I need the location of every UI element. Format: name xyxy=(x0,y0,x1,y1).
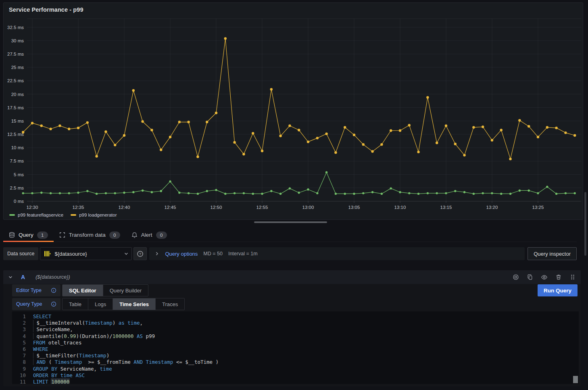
query-options-bar[interactable]: Query options MD = 50 Interval = 1m xyxy=(149,247,525,260)
line-number: 6 xyxy=(12,346,26,352)
code-line: 10ORDER BY time ASC xyxy=(12,372,579,379)
query-type-label-chip: Query Type xyxy=(12,298,60,310)
tab-transform-data[interactable]: Transform data 0 xyxy=(54,228,126,242)
line-number: 4 xyxy=(12,333,26,340)
code-line: 7 $__timeFilter(Timestamp) xyxy=(12,352,579,359)
svg-text:2.5 ms: 2.5 ms xyxy=(10,186,24,190)
svg-text:12:55: 12:55 xyxy=(256,205,268,210)
datasource-picker[interactable]: ${datasource} xyxy=(40,247,132,260)
info-circle-icon[interactable] xyxy=(51,301,56,307)
panel-hscrollbar-thumb[interactable] xyxy=(254,221,327,223)
svg-text:12.5 ms: 12.5 ms xyxy=(7,132,24,137)
line-number: 10 xyxy=(12,372,26,379)
info-circle-icon[interactable] xyxy=(51,288,56,293)
query-row-header[interactable]: A (${datasource}) xyxy=(3,270,581,284)
code-lines: 1SELECT2 $__timeInterval(Timestamp) as t… xyxy=(12,313,579,384)
code-line: 8 AND ( Timestamp >= $__fromTime AND Tim… xyxy=(12,359,579,365)
tab-badge: 0 xyxy=(156,231,167,239)
page-vscrollbar-thumb[interactable] xyxy=(584,192,586,256)
editor-type-label: Editor Type xyxy=(16,288,42,293)
tab-badge: 1 xyxy=(37,231,48,239)
question-circle-icon: ? xyxy=(137,250,144,257)
query-type-row: Query Type Table Logs Time Series Traces xyxy=(12,298,185,310)
datasource-help-button[interactable]: ? xyxy=(133,247,147,260)
svg-text:15 ms: 15 ms xyxy=(11,119,24,123)
legend-item[interactable]: p99 loadgenerator xyxy=(71,213,117,217)
svg-text:13:25: 13:25 xyxy=(532,205,544,210)
legend-item[interactable]: p99 featureflagservice xyxy=(9,213,63,217)
svg-text:13:10: 13:10 xyxy=(394,205,406,210)
timeseries-panel: Service Performance - p99 0 ms2.5 ms5 ms… xyxy=(3,2,583,220)
sql-code-editor[interactable]: 1SELECT2 $__timeInterval(Timestamp) as t… xyxy=(12,311,579,384)
editor-tabbar: Query 1 Transform data 0 Alert 0 xyxy=(3,228,577,242)
legend-series-label: p99 loadgenerator xyxy=(79,213,117,217)
svg-text:17.5 ms: 17.5 ms xyxy=(7,105,24,110)
disable-query-icon[interactable] xyxy=(513,274,519,280)
svg-text:0 ms: 0 ms xyxy=(14,199,24,204)
tab-label: Alert xyxy=(141,232,152,238)
timeseries-chart[interactable]: 0 ms2.5 ms5 ms7.5 ms10 ms12.5 ms15 ms17.… xyxy=(4,3,584,211)
chart-legend: p99 featureflagservicep99 loadgenerator xyxy=(9,213,117,217)
query-type-group: Table Logs Time Series Traces xyxy=(62,298,185,310)
datasource-label: Data source xyxy=(3,247,38,260)
query-type-option-table[interactable]: Table xyxy=(63,298,88,310)
svg-text:12:40: 12:40 xyxy=(119,205,130,210)
query-type-option-traces[interactable]: Traces xyxy=(155,298,184,310)
tab-query[interactable]: Query 1 xyxy=(3,228,54,242)
duplicate-query-icon[interactable] xyxy=(527,274,533,280)
line-number: 9 xyxy=(12,366,26,372)
svg-text:25 ms: 25 ms xyxy=(11,65,24,70)
svg-text:27.5 ms: 27.5 ms xyxy=(7,52,24,56)
svg-text:22.5 ms: 22.5 ms xyxy=(7,78,24,83)
database-icon xyxy=(9,232,15,238)
line-number: 11 xyxy=(12,379,26,384)
code-line: 11LIMIT 100000 xyxy=(12,379,579,384)
run-query-button[interactable]: Run Query xyxy=(538,284,578,296)
svg-text:20 ms: 20 ms xyxy=(11,92,24,97)
query-type-label: Query Type xyxy=(16,301,42,307)
editor-type-group: SQL Editor Query Builder xyxy=(62,284,148,296)
query-type-option-logs[interactable]: Logs xyxy=(88,298,113,310)
datasource-value: ${datasource} xyxy=(54,251,87,257)
panel-title[interactable]: Service Performance - p99 xyxy=(9,6,83,13)
drag-handle-icon[interactable] xyxy=(569,274,576,280)
legend-series-mark xyxy=(71,214,76,216)
tab-label: Transform data xyxy=(69,232,106,238)
editor-scrollbar-thumb[interactable] xyxy=(573,376,578,383)
query-header-actions xyxy=(513,274,576,281)
chevron-down-icon xyxy=(124,251,129,256)
collapse-chevron-icon[interactable] xyxy=(8,275,13,279)
editor-type-label-chip: Editor Type xyxy=(12,284,60,296)
svg-text:32.5 ms: 32.5 ms xyxy=(7,25,24,30)
code-line: 4 quantile(0.99)(Duration)/1000000 AS p9… xyxy=(12,333,579,340)
editor-type-row: Editor Type SQL Editor Query Builder xyxy=(12,284,148,296)
line-number: 7 xyxy=(12,352,26,359)
hide-response-icon[interactable] xyxy=(541,274,548,281)
query-type-option-time-series[interactable]: Time Series xyxy=(113,298,155,310)
grafana-panel-editor: Service Performance - p99 0 ms2.5 ms5 ms… xyxy=(0,0,588,390)
svg-text:12:30: 12:30 xyxy=(27,205,38,210)
svg-text:13:15: 13:15 xyxy=(440,205,452,210)
svg-text:12:45: 12:45 xyxy=(165,205,176,210)
editor-type-option-sql-editor[interactable]: SQL Editor xyxy=(63,285,103,296)
query-editor-card: A (${datasource}) xyxy=(3,270,581,386)
legend-series-mark xyxy=(9,214,15,216)
query-ref-id[interactable]: A xyxy=(21,274,25,280)
code-line: 3 ServiceName, xyxy=(12,326,579,333)
editor-type-option-query-builder[interactable]: Query Builder xyxy=(103,285,148,296)
remove-query-icon[interactable] xyxy=(555,274,562,280)
query-options-toggle[interactable]: Query options xyxy=(165,251,198,257)
line-number: 8 xyxy=(12,359,26,365)
query-datasource-hint: (${datasource}) xyxy=(35,274,70,280)
svg-text:7.5 ms: 7.5 ms xyxy=(10,159,24,163)
tab-label: Query xyxy=(19,232,33,238)
bell-icon xyxy=(131,232,138,238)
svg-text:12:50: 12:50 xyxy=(211,205,222,210)
line-number: 5 xyxy=(12,340,26,346)
interval-summary: Interval = 1m xyxy=(228,251,258,257)
query-inspector-button[interactable]: Query inspector xyxy=(528,247,577,260)
line-number: 3 xyxy=(12,326,26,333)
tab-alert[interactable]: Alert 0 xyxy=(126,228,173,242)
code-line: 2 $__timeInterval(Timestamp) as time, xyxy=(12,320,579,326)
code-line: 1SELECT xyxy=(12,313,579,320)
